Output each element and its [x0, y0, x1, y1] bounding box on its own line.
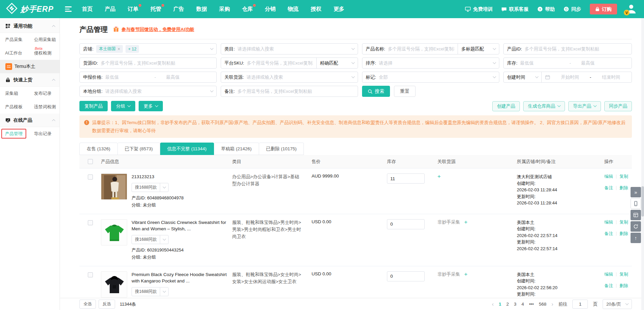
- match-mode-select[interactable]: 精确匹配: [317, 58, 358, 68]
- refresh-icon[interactable]: [631, 221, 641, 232]
- sidebar-item-Temu本土[interactable]: AN/RTEMUTemu本土: [0, 60, 60, 73]
- remove-tag-icon[interactable]: ×: [118, 47, 120, 51]
- tab-草稿箱[interactable]: 草稿箱 (21426): [214, 143, 259, 155]
- avatar[interactable]: V: [626, 3, 638, 15]
- 复制-link[interactable]: 复制: [619, 173, 628, 180]
- match-mode-select[interactable]: 多标题匹配: [458, 44, 499, 54]
- page-4[interactable]: 4: [522, 302, 524, 307]
- page-1[interactable]: 1: [499, 302, 501, 307]
- row-checkbox[interactable]: [88, 272, 93, 277]
- local-group-filter[interactable]: 本地分组:请选择或输入搜索: [79, 86, 217, 97]
- collapse-panel-icon[interactable]: »: [631, 187, 641, 197]
- page-size-select[interactable]: 20条/页: [603, 299, 632, 309]
- product-thumbnail[interactable]: [101, 271, 127, 298]
- product-id-filter[interactable]: 产品ID:多个用逗号分隔，支持Excel复制粘贴: [503, 43, 632, 54]
- mobile-icon[interactable]: [631, 198, 641, 209]
- nav-item-托管[interactable]: 托管: [150, 6, 161, 13]
- product-thumbnail[interactable]: [101, 173, 127, 200]
- sidebar-item-AI工作台[interactable]: AI工作台Beta: [5, 50, 34, 56]
- 备注-link[interactable]: 备注: [604, 185, 613, 191]
- search-1688-button[interactable]: 搜1688同款: [132, 235, 169, 244]
- goto-page-input[interactable]: 1: [572, 300, 588, 309]
- 生成仓库商品-button[interactable]: 生成仓库商品: [523, 101, 565, 111]
- 删除-link[interactable]: 删除: [619, 283, 628, 289]
- date-range-picker[interactable]: 开始时间-结束时间: [542, 72, 632, 82]
- sidebar-item-产品采集[interactable]: 产品采集: [5, 37, 34, 43]
- 备注-link[interactable]: 备注: [604, 231, 613, 237]
- tab-已删除[interactable]: 已删除 (10175): [259, 143, 304, 155]
- 更多-button[interactable]: 更多: [139, 101, 163, 111]
- 导出产品-button[interactable]: 导出产品: [568, 101, 601, 111]
- tab-已下架[interactable]: 已下架 (8573): [118, 143, 160, 155]
- product-title[interactable]: Vibrant Green Classic Crewneck Sweatshir…: [132, 219, 227, 232]
- 编辑-link[interactable]: 编辑: [604, 219, 613, 225]
- platform-sku-filter[interactable]: 平台SKU:多个用逗号分隔，支持Excel复制粘贴精确匹配: [221, 57, 358, 69]
- stock-input[interactable]: 0: [387, 271, 425, 281]
- create-time-filter[interactable]: 创建时间开始时间-结束时间: [503, 72, 632, 83]
- nav-item-广告[interactable]: 广告: [173, 6, 184, 13]
- 复制-link[interactable]: 复制: [619, 271, 628, 277]
- sidebar-item-产品管理[interactable]: 产品管理: [5, 131, 34, 137]
- nav-item-首页[interactable]: 首页: [82, 6, 93, 13]
- nav-link-免费培训[interactable]: 免费培训: [465, 6, 493, 12]
- sidebar-item-公用采集箱[interactable]: 公用采集箱: [34, 37, 56, 43]
- shop-filter[interactable]: 店铺:本土德国×+ 12: [79, 43, 217, 54]
- more-tags-badge[interactable]: + 12: [126, 45, 139, 53]
- remark-filter[interactable]: 备注:多个用逗号分隔，支持Excel复制粘贴: [221, 86, 358, 97]
- product-thumbnail[interactable]: [101, 219, 127, 245]
- sidebar-item-采集箱[interactable]: 采集箱: [5, 90, 34, 96]
- declared-price-filter[interactable]: 申报价格:最低值-最高值: [79, 72, 217, 83]
- scrollbar[interactable]: [641, 18, 644, 310]
- sidebar-item-违禁词检测[interactable]: 违禁词检测: [34, 104, 56, 110]
- 复制产品-button[interactable]: 复制产品: [79, 101, 108, 111]
- stock-input[interactable]: 0: [387, 219, 425, 229]
- 删除-link[interactable]: 删除: [619, 185, 628, 191]
- sidebar-item-导出记录[interactable]: 导出记录: [34, 131, 51, 137]
- page-2[interactable]: 2: [506, 302, 509, 307]
- 删除-link[interactable]: 删除: [619, 231, 628, 237]
- reset-button[interactable]: 重置: [394, 86, 416, 97]
- nav-item-采购[interactable]: 采购: [219, 6, 230, 13]
- sidebar-section-快速上货[interactable]: 快速上货: [0, 73, 60, 87]
- sidebar-item-发布记录[interactable]: 发布记录: [34, 90, 51, 96]
- nav-link-帮助[interactable]: ?帮助: [537, 6, 555, 12]
- supply-id-filter[interactable]: 货源ID:多个用逗号分隔，支持Excel复制粘贴: [79, 57, 217, 69]
- linked-supply-filter[interactable]: 关联货源:请选择或输入搜索: [221, 72, 358, 83]
- invert-select-button[interactable]: 反选: [99, 300, 115, 309]
- sidebar-section-通用功能[interactable]: 通用功能: [0, 20, 60, 33]
- nav-item-分销[interactable]: 分销: [265, 6, 276, 13]
- mark-filter[interactable]: 标记:全部: [362, 72, 499, 83]
- filter-input-segment[interactable]: 平台SKU:多个用逗号分隔，支持Excel复制粘贴: [221, 58, 316, 68]
- subscribe-button[interactable]: 订购: [590, 4, 617, 14]
- product-title[interactable]: Premium Black Cozy Fleece Hoodie Sweatsh…: [132, 271, 227, 284]
- stock-input[interactable]: 11: [387, 173, 425, 184]
- nav-item-授权[interactable]: 授权: [311, 6, 321, 13]
- sort-filter[interactable]: 排序:请选择: [362, 57, 499, 69]
- collapse-menu-icon[interactable]: [65, 6, 72, 12]
- sidebar-section-在线产品[interactable]: 在线产品: [0, 114, 60, 127]
- page-3[interactable]: 3: [514, 302, 516, 307]
- nav-item-产品[interactable]: 产品: [105, 6, 115, 13]
- nav-item-更多[interactable]: 更多: [333, 6, 344, 13]
- row-checkbox[interactable]: [88, 175, 93, 180]
- next-page-button[interactable]: ›: [551, 301, 553, 307]
- tab-信息不完整[interactable]: 信息不完整 (11344): [160, 143, 214, 155]
- row-checkbox[interactable]: [88, 220, 93, 225]
- tab-在售[interactable]: 在售 (1326): [79, 143, 118, 155]
- category-filter[interactable]: 类目:请选择或输入搜索: [221, 43, 358, 54]
- search-button[interactable]: 搜索: [362, 86, 390, 97]
- 分组-button[interactable]: 分组: [111, 101, 135, 111]
- add-supply-button[interactable]: +: [437, 173, 441, 179]
- 同步产品-button[interactable]: 同步产品: [604, 101, 632, 111]
- 创建产品-button[interactable]: 创建产品: [492, 101, 520, 111]
- promo-link[interactable]: 参与春节回馈活动，免费使用AI功能: [113, 26, 194, 33]
- back-to-top-icon[interactable]: ↑: [631, 233, 641, 243]
- select-all-button[interactable]: 全选: [79, 300, 96, 309]
- prev-page-button[interactable]: ‹: [492, 301, 494, 307]
- 编辑-link[interactable]: 编辑: [604, 271, 613, 277]
- filter-input-segment[interactable]: 产品名称:多个用逗号分隔，支持Excel复制粘贴: [362, 44, 458, 54]
- stock-filter[interactable]: 库存:最低值-最高值: [503, 57, 632, 69]
- add-supply-button[interactable]: +: [464, 219, 468, 225]
- shop-tag[interactable]: 本土德国×: [96, 45, 123, 53]
- nav-item-物流[interactable]: 物流: [288, 6, 298, 13]
